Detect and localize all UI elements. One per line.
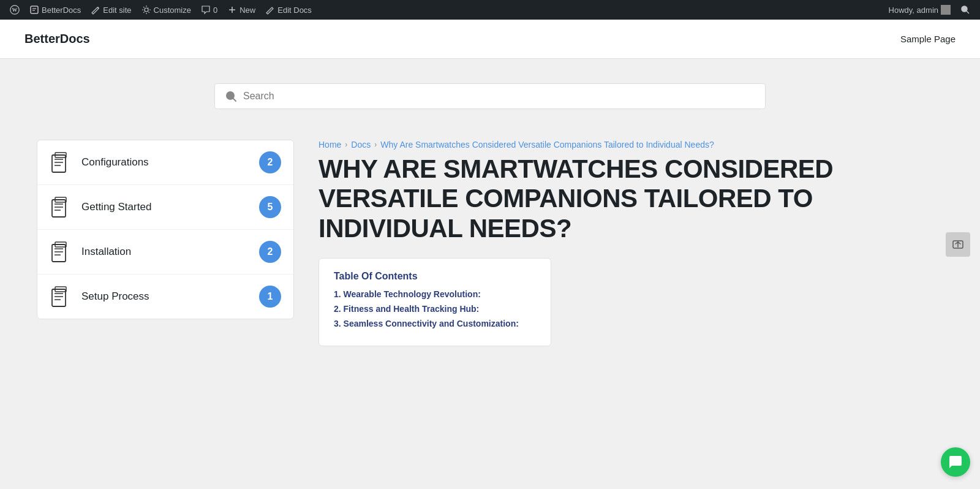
- site-nav: Sample Page: [900, 34, 956, 45]
- sidebar-item-label-configurations: Configurations: [81, 156, 249, 169]
- sidebar-item-installation[interactable]: Installation 2: [37, 230, 293, 275]
- breadcrumb-current: Why Are Smartwatches Considered Versatil…: [380, 140, 714, 150]
- edit-site-link[interactable]: Edit site: [86, 0, 136, 20]
- site-title: BetterDocs: [24, 32, 90, 46]
- breadcrumb-docs[interactable]: Docs: [351, 140, 371, 150]
- toc-item-2[interactable]: 2. Fitness and Health Tracking Hub:: [334, 304, 536, 314]
- toc-item-3[interactable]: 3. Seamless Connectivity and Customizati…: [334, 319, 536, 328]
- site-header: BetterDocs Sample Page: [0, 20, 980, 59]
- hero-section: [0, 59, 980, 127]
- search-input[interactable]: [243, 91, 755, 102]
- edit-docs-link[interactable]: Edit Docs: [260, 0, 317, 20]
- search-icon: [225, 90, 237, 102]
- wp-logo-button[interactable]: W: [5, 0, 24, 20]
- doc-icon-3: [50, 241, 72, 263]
- doc-icon-2: [50, 196, 72, 218]
- new-content-link[interactable]: New: [222, 0, 260, 20]
- sidebar-item-label-getting-started: Getting Started: [81, 201, 249, 213]
- admin-bar: W BetterDocs Edit site Customize 0 New E…: [0, 0, 980, 20]
- sidebar-item-label-installation: Installation: [81, 246, 249, 258]
- scroll-up-icon: [952, 238, 964, 251]
- chat-button[interactable]: [941, 447, 970, 477]
- avatar: [941, 5, 951, 15]
- scroll-up-button[interactable]: [946, 232, 970, 257]
- svg-point-8: [962, 6, 967, 12]
- toc-item-1[interactable]: 1. Wearable Technology Revolution:: [334, 289, 536, 299]
- sidebar-item-setup-process[interactable]: Setup Process 1: [37, 275, 293, 319]
- sidebar-badge-getting-started: 5: [259, 196, 281, 218]
- svg-line-11: [233, 99, 236, 102]
- breadcrumb-sep-1: ›: [345, 140, 347, 149]
- sidebar-item-configurations[interactable]: Configurations 2: [37, 140, 293, 185]
- svg-text:W: W: [12, 7, 18, 13]
- nav-sample-page[interactable]: Sample Page: [900, 34, 956, 44]
- sidebar-card: Configurations 2 Getting Started: [37, 140, 294, 319]
- doc-icon-4: [50, 286, 72, 308]
- admin-search-button[interactable]: [956, 0, 975, 20]
- betterdocs-admin-link[interactable]: BetterDocs: [24, 0, 86, 20]
- sidebar-item-label-setup-process: Setup Process: [81, 290, 249, 303]
- sidebar-badge-installation: 2: [259, 241, 281, 263]
- howdy-user[interactable]: Howdy, admin: [884, 0, 956, 20]
- content-area: Configurations 2 Getting Started: [0, 127, 980, 371]
- svg-rect-2: [31, 6, 38, 13]
- sidebar-badge-setup-process: 1: [259, 286, 281, 308]
- sidebar-item-getting-started[interactable]: Getting Started 5: [37, 185, 293, 230]
- doc-icon: [50, 151, 72, 173]
- svg-line-9: [967, 11, 969, 13]
- main-content: Home › Docs › Why Are Smartwatches Consi…: [294, 140, 943, 346]
- search-bar: [214, 83, 766, 109]
- article-title: WHY ARE SMARTWATCHES CONSIDERED VERSATIL…: [318, 154, 943, 243]
- site-wrapper: BetterDocs Sample Page: [0, 20, 980, 489]
- breadcrumb-sep-2: ›: [374, 140, 377, 149]
- table-of-contents: Table Of Contents 1. Wearable Technology…: [318, 258, 551, 346]
- toc-heading: Table Of Contents: [334, 271, 536, 282]
- breadcrumb: Home › Docs › Why Are Smartwatches Consi…: [318, 140, 943, 150]
- sidebar: Configurations 2 Getting Started: [37, 140, 294, 346]
- chat-icon: [948, 455, 963, 469]
- comments-link[interactable]: 0: [196, 0, 222, 20]
- customize-link[interactable]: Customize: [137, 0, 196, 20]
- sidebar-badge-configurations: 2: [259, 151, 281, 173]
- breadcrumb-home[interactable]: Home: [318, 140, 341, 150]
